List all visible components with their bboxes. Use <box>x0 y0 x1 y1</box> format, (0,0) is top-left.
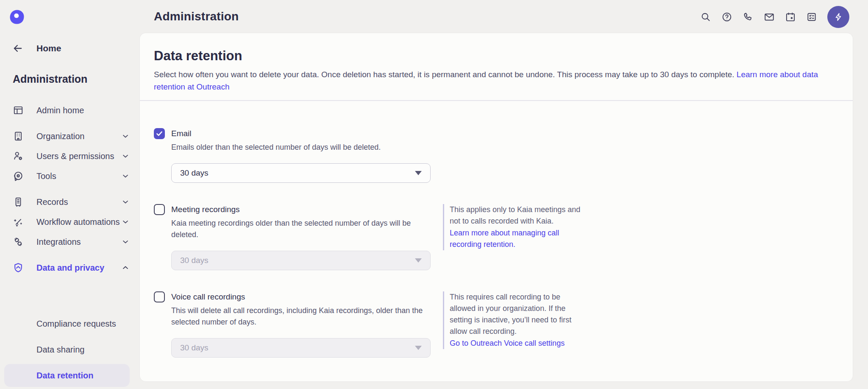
tasks-icon[interactable] <box>806 11 817 22</box>
dropdown-value: 30 days <box>180 256 209 265</box>
admin-home-icon <box>13 105 24 116</box>
caret-down-icon <box>415 171 422 175</box>
sidebar-item-label: Admin home <box>36 104 84 117</box>
sidebar-back-home[interactable]: Home <box>12 42 61 54</box>
setting-desc-meeting-recordings: Kaia meeting recordings older than the s… <box>171 218 431 241</box>
sidebar-item-label: Integrations <box>36 236 81 248</box>
sidebar-title: Administration <box>13 73 87 85</box>
sidebar-item-label: Data and privacy <box>36 262 104 274</box>
sidebar-item-organization[interactable]: Organization <box>13 130 130 143</box>
chevron-up-icon[interactable] <box>121 263 130 272</box>
page-description: Select how often you want to delete your… <box>154 68 832 93</box>
help-icon[interactable] <box>721 11 732 22</box>
chevron-down-icon[interactable] <box>121 172 130 180</box>
setting-row-email: Email Emails older than the selected num… <box>154 128 832 183</box>
sidebar-subnav: Compliance requests Data sharing Data re… <box>13 312 130 389</box>
calendar-icon[interactable] <box>785 11 796 22</box>
sidebar-subitem-data-sharing[interactable]: Data sharing <box>13 338 130 361</box>
user-gear-icon <box>13 151 24 162</box>
chevron-down-icon[interactable] <box>121 198 130 206</box>
dropdown-value: 30 days <box>180 168 209 178</box>
setting-desc-voice-call-recordings: This will delete all call recordings, in… <box>171 305 431 328</box>
sidebar-item-label: Users & permissions <box>36 150 114 162</box>
header-toolbar <box>700 11 849 28</box>
chevron-down-icon[interactable] <box>121 132 130 140</box>
search-icon[interactable] <box>700 11 711 22</box>
caret-down-icon <box>415 258 422 263</box>
chat-gear-icon <box>13 171 24 182</box>
email-checkbox[interactable] <box>154 128 165 139</box>
plug-icon <box>13 236 24 247</box>
sidebar-item-tools[interactable]: Tools <box>13 170 130 182</box>
app-header-title: Administration <box>154 10 239 23</box>
caret-down-icon <box>415 346 422 350</box>
wand-icon <box>13 216 24 227</box>
meeting-recordings-checkbox[interactable] <box>154 204 165 215</box>
sidebar-item-admin-home[interactable]: Admin home <box>13 104 130 117</box>
outreach-voice-call-settings-link[interactable]: Go to Outreach Voice call settings <box>450 338 585 349</box>
building-icon <box>13 131 24 142</box>
back-arrow-icon <box>12 42 24 54</box>
sidebar-item-label: Records <box>36 196 68 208</box>
sidebar-item-integrations[interactable]: Integrations <box>13 236 130 248</box>
meeting-retention-dropdown[interactable]: 30 days <box>171 251 431 270</box>
setting-label-meeting-recordings: Meeting recordings <box>171 204 431 215</box>
setting-row-meeting-recordings: Meeting recordings Kaia meeting recordin… <box>154 204 832 270</box>
sidebar-item-records[interactable]: Records <box>13 196 130 208</box>
sidebar-subitem-data-retention[interactable]: Data retention <box>4 364 130 387</box>
sidebar-item-data-and-privacy[interactable]: Data and privacy <box>13 262 130 274</box>
sidebar-item-label: Tools <box>36 170 56 182</box>
records-icon <box>13 196 24 207</box>
voice-call-recordings-note: This requires call recording to be allow… <box>443 291 585 349</box>
settings-list: Email Emails older than the selected num… <box>140 101 853 358</box>
voice-call-recordings-checkbox[interactable] <box>154 291 165 302</box>
managing-call-recording-retention-link[interactable]: Learn more about managing call recording… <box>450 227 585 250</box>
chevron-down-icon[interactable] <box>121 152 130 160</box>
sidebar-item-label: Organization <box>36 130 84 143</box>
sidebar-item-label: Workflow automations <box>36 216 120 228</box>
dropdown-value: 30 days <box>180 343 209 353</box>
sidebar-nav: Admin home Organization <box>13 104 130 288</box>
meeting-recordings-note: This applies only to Kaia meetings and n… <box>443 204 585 250</box>
lightning-icon <box>833 11 844 22</box>
setting-label-email: Email <box>171 128 431 139</box>
setting-row-voice-call-recordings: Voice call recordings This will delete a… <box>154 291 832 358</box>
phone-icon[interactable] <box>743 11 754 22</box>
mail-icon[interactable] <box>764 11 775 22</box>
check-icon <box>156 130 163 137</box>
setting-label-voice-call-recordings: Voice call recordings <box>171 291 431 302</box>
chevron-down-icon[interactable] <box>121 218 130 226</box>
sidebar-item-users-permissions[interactable]: Users & permissions <box>13 150 130 162</box>
chevron-down-icon[interactable] <box>121 238 130 246</box>
sidebar-item-workflow-automations[interactable]: Workflow automations <box>13 216 130 228</box>
voice-retention-dropdown[interactable]: 30 days <box>171 338 431 358</box>
sidebar-subitem-compliance-requests[interactable]: Compliance requests <box>13 312 130 335</box>
setting-desc-email: Emails older than the selected number of… <box>171 142 431 153</box>
page-title: Data retention <box>154 48 832 64</box>
shield-icon <box>13 262 24 273</box>
quick-actions-button[interactable] <box>827 6 849 28</box>
email-retention-dropdown[interactable]: 30 days <box>171 163 431 183</box>
sidebar: Home Administration Admin home Organizat… <box>0 0 140 389</box>
back-label: Home <box>36 43 61 53</box>
data-retention-panel: Data retention Select how often you want… <box>140 33 853 381</box>
